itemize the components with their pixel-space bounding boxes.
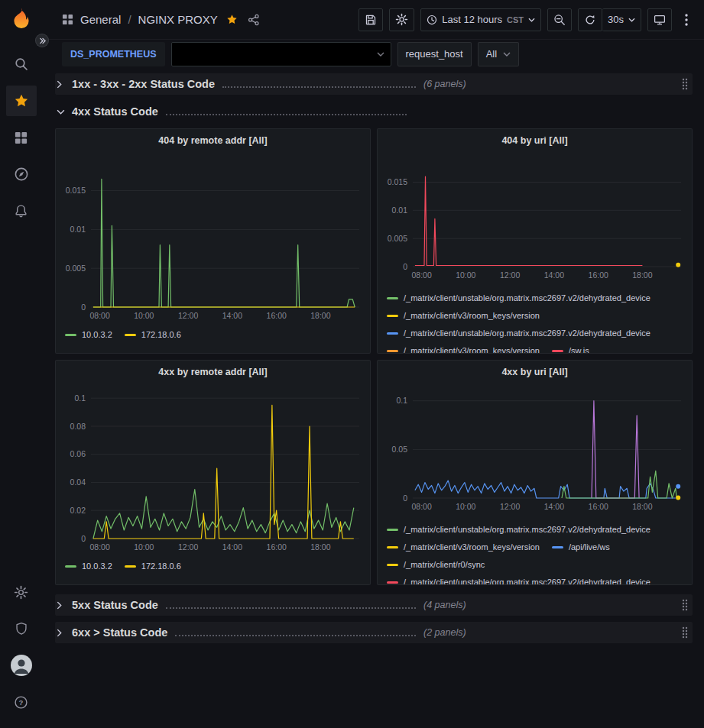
datasource-select[interactable] [171,42,391,66]
time-range-label: Last 12 hours [442,14,502,25]
refresh-interval-picker[interactable]: 30s [602,8,641,31]
breadcrumb-separator: / [128,13,131,26]
legend-item[interactable]: 172.18.0.6 [125,558,181,574]
chevron-down-icon [628,18,635,22]
svg-text:10:00: 10:00 [456,270,475,280]
legend-swatch [387,350,398,352]
svg-text:12:00: 12:00 [178,311,198,320]
svg-text:0.1: 0.1 [396,396,407,405]
expand-sidebar-button[interactable] [35,34,49,47]
favorite-star-icon[interactable] [225,12,239,27]
sidebar: ? [0,0,42,728]
row-6xx[interactable]: 6xx > Status Code (2 panels) [55,622,693,643]
panel-title[interactable]: 4xx by remote addr [All] [56,361,370,383]
help-icon[interactable]: ? [6,687,37,717]
legend-swatch [125,334,136,336]
chart-svg[interactable]: 00.0050.010.01508:0010:0012:0014:0016:00… [56,152,370,324]
svg-text:08:00: 08:00 [411,502,431,511]
variable-request-host-label[interactable]: request_host [397,42,472,66]
user-avatar[interactable] [6,650,37,681]
chevron-down-icon [503,52,511,57]
legend-item[interactable]: 10.0.3.2 [65,558,112,574]
row-1xx-3xx-2xx[interactable]: 1xx - 3xx - 2xx Status Code (6 panels) [55,73,693,95]
main-area: General / NGINX PROXY Last 12 hours [42,0,704,643]
refresh-icon[interactable] [578,8,602,31]
panel-chart[interactable]: 00.0050.010.01508:0010:0012:0014:0016:00… [56,152,370,324]
tv-mode-button[interactable] [647,8,672,31]
zoom-out-button[interactable] [547,8,572,31]
panel-chart[interactable]: 00.020.040.060.080.108:0010:0012:0014:00… [56,383,370,555]
alerting-bell-icon[interactable] [6,196,37,226]
row-dotted-filler [166,607,416,609]
svg-text:10:00: 10:00 [134,542,154,552]
panel-404-by-uri: 404 by uri [All] 00.0050.010.01508:0010:… [377,128,693,354]
legend-item[interactable]: /_matrix/client/unstable/org.matrix.msc2… [387,574,650,584]
kebab-menu-icon[interactable] [678,8,695,31]
legend-item[interactable]: /_matrix/client/unstable/org.matrix.msc2… [387,290,650,307]
row-drag-handle-icon[interactable] [681,599,689,611]
row-drag-handle-icon[interactable] [681,78,689,90]
dashboards-icon[interactable] [6,122,37,153]
svg-text:0.015: 0.015 [66,186,86,195]
svg-text:16:00: 16:00 [267,542,287,552]
legend-swatch [387,529,398,531]
explore-compass-icon[interactable] [6,159,37,189]
panel-chart[interactable]: 00.0050.010.01508:0010:0012:0014:0016:00… [378,152,692,283]
grafana-logo-icon[interactable] [8,6,34,32]
row-title: 4xx Status Code [72,105,158,118]
legend-item[interactable]: /api/live/ws [552,539,610,556]
request-host-select[interactable]: All [478,42,519,66]
server-admin-gear-icon[interactable] [6,577,37,607]
svg-text:16:00: 16:00 [589,502,608,511]
dashboard-settings-button[interactable] [389,8,414,31]
legend-label: /_matrix/client/unstable/org.matrix.msc2… [404,521,650,539]
svg-text:12:00: 12:00 [500,270,520,280]
row-title: 5xx Status Code [72,599,158,611]
svg-text:08:00: 08:00 [411,270,431,280]
legend-item[interactable]: /_matrix/client/v3/room_keys/version [387,307,540,325]
starred-dashboards-icon[interactable] [6,86,37,116]
row-5xx[interactable]: 5xx Status Code (4 panels) [55,594,693,616]
breadcrumb-section[interactable]: General [80,13,121,26]
legend-swatch [552,546,563,548]
legend-item[interactable]: /sw.js [552,342,589,353]
share-icon[interactable] [246,12,261,28]
svg-text:0.005: 0.005 [66,264,86,273]
chart-svg[interactable]: 00.050.108:0010:0012:0014:0016:0018:00 [378,383,692,515]
svg-text:0.015: 0.015 [388,177,407,186]
legend-swatch [387,315,398,317]
legend-item[interactable]: 172.18.0.6 [125,327,181,343]
row-4xx[interactable]: 4xx Status Code [55,101,693,122]
panel-title[interactable]: 4xx by uri [All] [378,361,692,383]
panel-title[interactable]: 404 by uri [All] [378,129,692,152]
legend-label: /api/live/ws [569,539,610,556]
legend-item[interactable]: /_matrix/client/unstable/org.matrix.msc2… [387,325,650,342]
legend-item[interactable]: /_matrix/client/unstable/org.matrix.msc2… [387,521,650,539]
refresh-interval-label: 30s [608,14,624,25]
svg-text:10:00: 10:00 [134,311,154,320]
legend-item[interactable]: /_matrix/client/v3/room_keys/version [387,539,540,556]
legend-item[interactable]: 10.0.3.2 [65,327,112,343]
topbar-actions: Last 12 hours CST 30s [358,8,695,31]
save-dashboard-button[interactable] [358,8,383,31]
time-range-picker[interactable]: Last 12 hours CST [420,8,541,31]
security-shield-icon[interactable] [6,613,37,644]
row-panel-count: (4 panels) [423,600,466,610]
panel-chart[interactable]: 00.050.108:0010:0012:0014:0016:0018:00 [378,383,692,515]
legend-item[interactable]: /_matrix/client/r0/sync [387,556,485,574]
row-drag-handle-icon[interactable] [681,626,689,639]
legend-item[interactable]: /_matrix/client/v3/room_keys/version [387,342,540,353]
chart-svg[interactable]: 00.020.040.060.080.108:0010:0012:0014:00… [56,383,370,555]
variable-ds-prometheus-label[interactable]: DS_PROMETHEUS [62,42,165,66]
timezone-label: CST [507,15,524,24]
legend-swatch [387,297,398,299]
panel-legend: 10.0.3.2172.18.0.6 [56,324,370,353]
panel-title[interactable]: 404 by remote addr [All] [56,129,370,152]
search-icon[interactable] [6,49,37,79]
legend-swatch [65,334,76,336]
chart-svg[interactable]: 00.0050.010.01508:0010:0012:0014:0016:00… [378,152,692,283]
legend-label: /sw.js [569,342,589,353]
svg-text:14:00: 14:00 [544,270,564,280]
svg-text:16:00: 16:00 [267,311,287,320]
dashboard-title[interactable]: NGINX PROXY [138,13,218,26]
